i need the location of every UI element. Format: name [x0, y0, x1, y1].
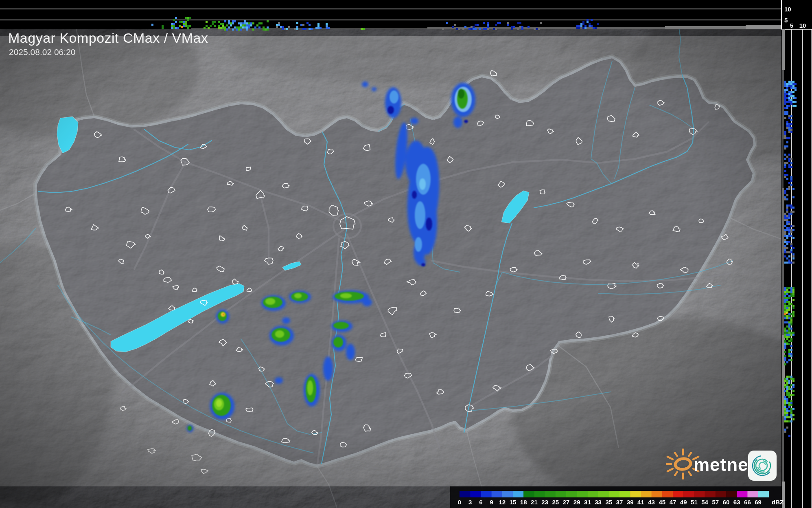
echo-pixel — [788, 251, 790, 253]
echo-pixel — [790, 127, 792, 129]
echo-pixel — [788, 158, 790, 160]
legend-swatch — [737, 491, 748, 497]
echo-pixel — [309, 28, 311, 30]
echo-pixel — [790, 345, 792, 347]
echo-pixel — [252, 22, 254, 24]
echo-pixel — [244, 20, 246, 22]
echo-pixel — [790, 129, 792, 131]
echo-pixel — [790, 81, 792, 83]
echo-pixel — [790, 353, 792, 355]
echo-pixel — [232, 29, 234, 31]
echo-pixel — [784, 345, 786, 347]
legend-tick: 3 — [468, 499, 472, 506]
echo-pixel — [790, 359, 792, 361]
echo-pixel — [173, 27, 175, 29]
echo-pixel — [485, 28, 487, 30]
legend-tick: 9 — [490, 499, 493, 506]
echo-pixel — [788, 410, 790, 412]
echo-pixel — [792, 101, 794, 103]
echo-pixel — [226, 24, 228, 26]
echo-pixel — [790, 123, 792, 125]
echo-pixel — [784, 295, 786, 297]
echo-pixel — [790, 321, 792, 323]
echo-pixel — [792, 255, 794, 257]
echo-pixel — [784, 334, 786, 336]
echo-pixel — [497, 22, 499, 24]
echo-pixel — [790, 400, 792, 402]
echo-pixel — [792, 85, 794, 87]
echo-pixel — [792, 225, 794, 227]
legend-tick: 29 — [573, 499, 580, 506]
echo-pixel — [471, 26, 473, 28]
echo-pixel — [794, 97, 797, 99]
echo-pixel — [187, 19, 189, 21]
echo-pixel — [784, 347, 786, 349]
echo-pixel — [788, 396, 790, 398]
echo-pixel — [792, 305, 794, 307]
echo-pixel — [784, 404, 786, 406]
echo-pixel — [540, 22, 542, 24]
echo-pixel — [790, 313, 792, 315]
echo-pixel — [788, 164, 790, 166]
echo-pixel — [786, 321, 788, 323]
echo-pixel — [246, 24, 248, 26]
echo-pixel — [527, 26, 530, 28]
echo-pixel — [175, 27, 177, 29]
echo-pixel — [792, 289, 794, 291]
echo-pixel — [788, 291, 790, 293]
echo-pixel — [204, 27, 206, 29]
echo-pixel — [784, 170, 786, 172]
echo-pixel — [593, 27, 595, 29]
echo-pixel — [784, 398, 786, 400]
echo-pixel — [784, 233, 786, 235]
top-axis-label-5: 5 — [784, 17, 788, 24]
echo-pixel — [786, 287, 788, 289]
echo-pixel — [786, 87, 788, 89]
echo-pixel — [788, 188, 790, 190]
echo-pixel — [784, 81, 786, 83]
echo-pixel — [786, 198, 788, 200]
legend-swatch — [609, 491, 620, 497]
echo-pixel — [790, 115, 792, 117]
echo-pixel — [185, 21, 187, 23]
echo-pixel — [792, 295, 794, 297]
echo-pixel — [232, 20, 234, 22]
echo-pixel — [790, 251, 792, 253]
echo-pixel — [171, 25, 173, 27]
echo-pixel — [162, 27, 164, 29]
echo-pixel — [794, 105, 797, 107]
echo-pixel — [538, 28, 540, 30]
echo-pixel — [183, 21, 185, 23]
legend-tick: 54 — [701, 499, 708, 506]
echo-pixel — [790, 412, 792, 414]
echo-pixel — [784, 241, 786, 243]
echo-pixel — [786, 301, 788, 303]
echo-pixel — [786, 235, 788, 237]
echo-pixel — [206, 21, 208, 23]
echo-pixel — [519, 26, 521, 28]
echo-pixel — [786, 121, 788, 123]
echo-pixel — [790, 303, 792, 305]
echo-pixel — [206, 25, 208, 27]
echo-pixel — [240, 24, 242, 26]
echo-pixel — [788, 81, 790, 83]
echo-pixel — [784, 357, 786, 359]
echo-pixel — [786, 378, 788, 380]
echo-pixel — [784, 414, 786, 416]
echo-pixel — [511, 26, 513, 28]
echo-pixel — [792, 83, 794, 85]
echo-pixel — [487, 22, 489, 24]
echo-pixel — [595, 27, 597, 29]
echo-pixel — [786, 207, 788, 209]
legend-tick: 51 — [691, 499, 698, 506]
echo-pixel — [288, 26, 290, 28]
echo-pixel — [786, 209, 788, 211]
echo-pixel — [232, 22, 234, 24]
echo-pixel — [248, 22, 250, 24]
echo-pixel — [784, 229, 786, 231]
echo-pixel — [784, 162, 786, 164]
legend-tick: 69 — [755, 499, 762, 506]
echo-pixel — [792, 418, 794, 420]
echo-pixel — [792, 378, 794, 380]
echo-pixel — [788, 131, 790, 133]
